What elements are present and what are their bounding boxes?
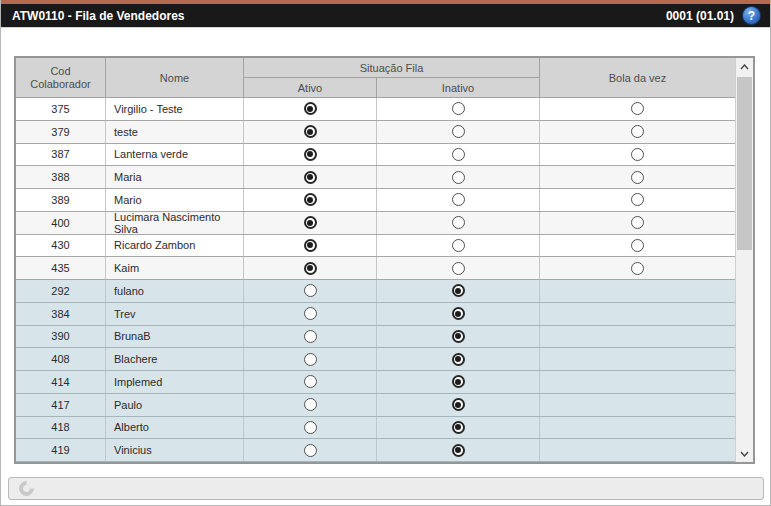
table-row[interactable]: 292 fulano — [16, 280, 735, 303]
inativo-radio-cell[interactable] — [377, 439, 540, 461]
ativo-radio-cell[interactable] — [244, 394, 377, 416]
table-row[interactable]: 435 Kaim — [16, 257, 735, 280]
inativo-radio-cell[interactable] — [377, 98, 540, 120]
inativo-radio-cell[interactable] — [377, 348, 540, 370]
bola-da-vez-radio[interactable] — [631, 239, 644, 252]
inativo-radio[interactable] — [452, 398, 465, 411]
ativo-radio[interactable] — [304, 262, 317, 275]
ativo-radio-cell[interactable] — [244, 280, 377, 302]
inativo-radio[interactable] — [452, 307, 465, 320]
ativo-radio-cell[interactable] — [244, 235, 377, 257]
inativo-radio[interactable] — [452, 262, 465, 275]
bola-da-vez-radio-cell[interactable] — [540, 98, 735, 120]
bola-da-vez-radio-cell[interactable] — [540, 394, 735, 416]
vertical-scrollbar[interactable] — [735, 58, 753, 462]
inativo-radio-cell[interactable] — [377, 144, 540, 166]
ativo-radio-cell[interactable] — [244, 417, 377, 439]
ativo-radio[interactable] — [304, 307, 317, 320]
inativo-radio-cell[interactable] — [377, 394, 540, 416]
bola-da-vez-radio[interactable] — [631, 125, 644, 138]
inativo-radio[interactable] — [452, 216, 465, 229]
bola-da-vez-radio[interactable] — [631, 102, 644, 115]
ativo-radio-cell[interactable] — [244, 439, 377, 461]
ativo-radio[interactable] — [304, 330, 317, 343]
ativo-radio-cell[interactable] — [244, 348, 377, 370]
bola-da-vez-radio-cell[interactable] — [540, 417, 735, 439]
ativo-radio-cell[interactable] — [244, 166, 377, 188]
inativo-radio[interactable] — [452, 102, 465, 115]
table-row[interactable]: 390 BrunaB — [16, 326, 735, 349]
ativo-radio-cell[interactable] — [244, 144, 377, 166]
ativo-radio-cell[interactable] — [244, 326, 377, 348]
ativo-radio[interactable] — [304, 284, 317, 297]
bola-da-vez-radio-cell[interactable] — [540, 212, 735, 234]
ativo-radio[interactable] — [304, 444, 317, 457]
bola-da-vez-radio-cell[interactable] — [540, 121, 735, 143]
ativo-radio[interactable] — [304, 102, 317, 115]
inativo-radio[interactable] — [452, 284, 465, 297]
inativo-radio-cell[interactable] — [377, 235, 540, 257]
inativo-radio[interactable] — [452, 125, 465, 138]
bola-da-vez-radio[interactable] — [631, 216, 644, 229]
ativo-radio-cell[interactable] — [244, 212, 377, 234]
inativo-radio-cell[interactable] — [377, 189, 540, 211]
bola-da-vez-radio[interactable] — [631, 171, 644, 184]
inativo-radio[interactable] — [452, 353, 465, 366]
inativo-radio[interactable] — [452, 330, 465, 343]
ativo-radio[interactable] — [304, 421, 317, 434]
help-icon[interactable]: ? — [742, 6, 761, 25]
inativo-radio-cell[interactable] — [377, 257, 540, 279]
bola-da-vez-radio-cell[interactable] — [540, 439, 735, 461]
table-row[interactable]: 418 Alberto — [16, 417, 735, 440]
ativo-radio-cell[interactable] — [244, 189, 377, 211]
inativo-radio-cell[interactable] — [377, 326, 540, 348]
inativo-radio-cell[interactable] — [377, 166, 540, 188]
table-row[interactable]: 414 Implemed — [16, 371, 735, 394]
bola-da-vez-radio-cell[interactable] — [540, 280, 735, 302]
inativo-radio[interactable] — [452, 444, 465, 457]
bola-da-vez-radio-cell[interactable] — [540, 166, 735, 188]
table-row[interactable]: 379 teste — [16, 121, 735, 144]
inativo-radio[interactable] — [452, 148, 465, 161]
scroll-up-button[interactable] — [736, 58, 753, 75]
ativo-radio[interactable] — [304, 216, 317, 229]
inativo-radio-cell[interactable] — [377, 303, 540, 325]
table-row[interactable]: 388 Maria — [16, 166, 735, 189]
inativo-radio-cell[interactable] — [377, 280, 540, 302]
table-row[interactable]: 400 Lucimara Nascimento Silva — [16, 212, 735, 235]
table-row[interactable]: 430 Ricardo Zambon — [16, 235, 735, 258]
inativo-radio[interactable] — [452, 193, 465, 206]
ativo-radio[interactable] — [304, 353, 317, 366]
bola-da-vez-radio-cell[interactable] — [540, 348, 735, 370]
ativo-radio[interactable] — [304, 193, 317, 206]
bola-da-vez-radio[interactable] — [631, 193, 644, 206]
scroll-down-button[interactable] — [736, 445, 753, 462]
inativo-radio-cell[interactable] — [377, 371, 540, 393]
scrollbar-thumb[interactable] — [737, 77, 752, 250]
ativo-radio-cell[interactable] — [244, 303, 377, 325]
bola-da-vez-radio-cell[interactable] — [540, 189, 735, 211]
ativo-radio[interactable] — [304, 239, 317, 252]
bola-da-vez-radio-cell[interactable] — [540, 257, 735, 279]
bola-da-vez-radio-cell[interactable] — [540, 303, 735, 325]
ativo-radio-cell[interactable] — [244, 121, 377, 143]
inativo-radio-cell[interactable] — [377, 417, 540, 439]
bola-da-vez-radio-cell[interactable] — [540, 235, 735, 257]
ativo-radio[interactable] — [304, 125, 317, 138]
inativo-radio[interactable] — [452, 239, 465, 252]
inativo-radio[interactable] — [452, 171, 465, 184]
ativo-radio-cell[interactable] — [244, 371, 377, 393]
table-row[interactable]: 375 Virgilio - Teste — [16, 98, 735, 121]
ativo-radio[interactable] — [304, 375, 317, 388]
table-row[interactable]: 389 Mario — [16, 189, 735, 212]
inativo-radio[interactable] — [452, 421, 465, 434]
bola-da-vez-radio-cell[interactable] — [540, 144, 735, 166]
ativo-radio[interactable] — [304, 171, 317, 184]
table-row[interactable]: 387 Lanterna verde — [16, 144, 735, 167]
inativo-radio-cell[interactable] — [377, 121, 540, 143]
ativo-radio[interactable] — [304, 398, 317, 411]
ativo-radio-cell[interactable] — [244, 257, 377, 279]
ativo-radio[interactable] — [304, 148, 317, 161]
table-row[interactable]: 384 Trev — [16, 303, 735, 326]
table-row[interactable]: 408 Blachere — [16, 348, 735, 371]
